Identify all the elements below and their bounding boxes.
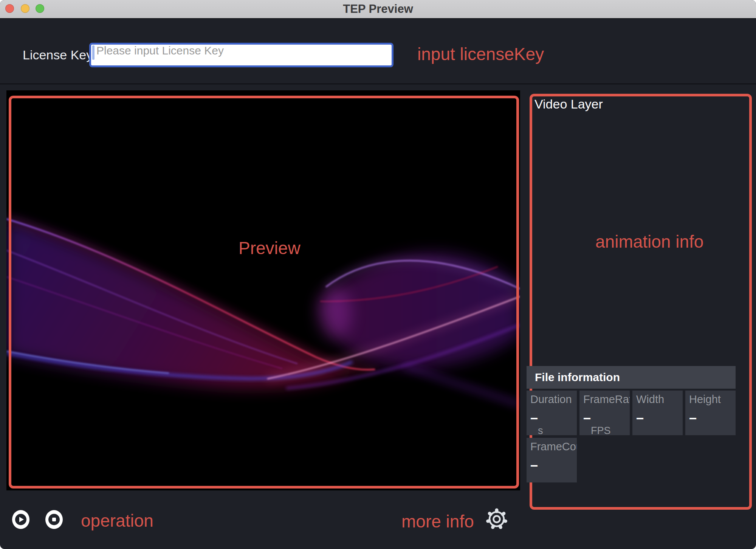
framerate-card: FrameRate – FPS [579,391,630,435]
duration-unit: s [538,425,573,435]
license-key-label: License Key [23,48,93,62]
annotation-animation-info-label: animation info [595,231,703,252]
section-divider [0,84,756,84]
stop-button[interactable] [45,510,63,529]
width-label: Width [636,393,679,406]
annotation-operation-label: operation [81,510,153,531]
framerate-label: FrameRate [583,393,626,406]
settings-button[interactable] [485,507,508,531]
preview-canvas[interactable] [6,90,520,490]
video-layer-title: Video Layer [534,97,603,112]
annotation-preview-label: Preview [239,238,301,258]
license-key-input[interactable] [89,43,393,67]
width-value: – [636,411,679,425]
framecount-value: – [530,458,573,472]
text-cursor [92,45,94,60]
titlebar: TEP Preview [0,0,756,19]
wave-graphic [6,90,520,490]
duration-value: – [530,411,573,425]
app-window: TEP Preview License Key input licenseKey [0,0,756,549]
annotation-more-info-label: more info [401,511,474,532]
play-icon [12,510,29,529]
file-information-header: File information [527,366,736,389]
duration-card: Duration – s [527,391,577,435]
height-card: Height – [685,391,736,435]
framecount-label: FrameCount [530,440,573,453]
duration-label: Duration [530,393,573,406]
window-title: TEP Preview [0,0,756,18]
annotation-input-license-key: input licenseKey [417,44,544,64]
width-card: Width – [632,391,683,435]
stop-icon [45,510,63,529]
height-label: Height [689,393,732,406]
height-value: – [689,411,732,425]
gear-icon [485,507,508,531]
framecount-card: FrameCount – [527,438,577,482]
framerate-unit: FPS [591,425,626,435]
framerate-value: – [583,411,626,425]
play-button[interactable] [12,510,29,529]
